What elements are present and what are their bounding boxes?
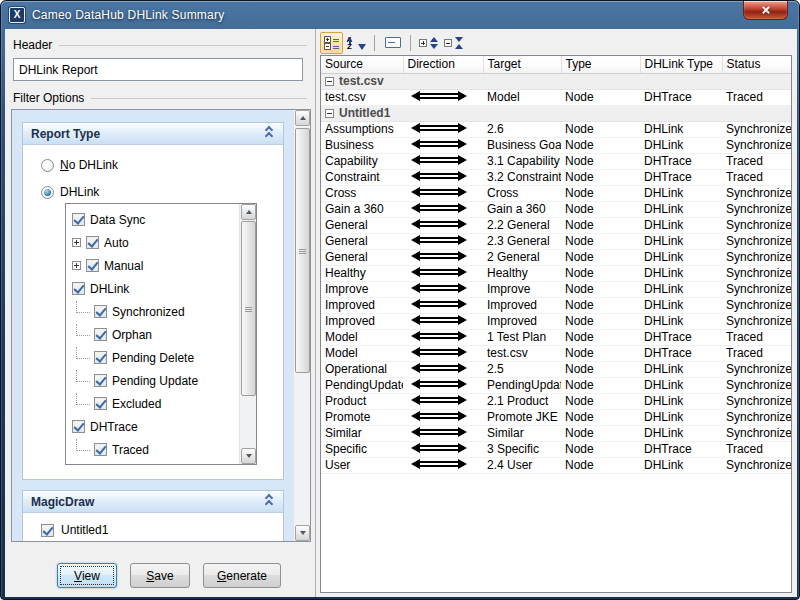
chevron-double-up-icon[interactable] (263, 496, 275, 508)
expander-plus-icon[interactable] (72, 238, 81, 247)
checkbox-icon[interactable] (94, 328, 107, 341)
scroll-up-icon[interactable] (241, 204, 256, 220)
tree-item-auto[interactable]: Auto (66, 231, 239, 254)
chevron-double-up-icon[interactable] (263, 128, 275, 140)
collapse-all-icon (444, 37, 463, 49)
table-row[interactable]: General2.3 GeneralNodeDHLinkSynchronized (321, 233, 792, 249)
table-row[interactable]: Constraint3.2 ConstraintNodeDHTraceTrace… (321, 169, 792, 185)
table-row[interactable]: General2 GeneralNodeDHLinkSynchronized (321, 249, 792, 265)
column-header-dhlink-type[interactable]: DHLink Type (640, 56, 722, 73)
column-header-direction[interactable]: Direction (403, 56, 483, 73)
table-row[interactable]: Modeltest.csvNodeDHTraceTraced (321, 345, 792, 361)
checkbox-icon[interactable] (86, 236, 99, 249)
table-row[interactable]: Capability3.1 CapabilityNodeDHTraceTrace… (321, 153, 792, 169)
table-row[interactable]: Product2.1 ProductNodeDHLinkSynchronized (321, 393, 792, 409)
checkbox-icon[interactable] (41, 524, 54, 537)
double-horizontal-arrow-icon (411, 379, 467, 389)
dhlink-table: SourceDirectionTargetTypeDHLink TypeStat… (321, 56, 792, 474)
table-row[interactable]: PromotePromote JKENodeDHLinkSynchronized (321, 409, 792, 425)
tree-item-data-sync[interactable]: Data Sync (66, 208, 239, 231)
collapse-all-button[interactable] (442, 32, 465, 54)
cell-type: Node (561, 89, 640, 105)
cell-target: Model (483, 89, 561, 105)
table-row[interactable]: SimilarSimilarNodeDHLinkSynchronized (321, 425, 792, 441)
tree-item-excluded[interactable]: Excluded (66, 392, 239, 415)
tree-item-label: DHLink (90, 282, 129, 296)
header-input[interactable] (13, 58, 303, 81)
cell-target: Similar (483, 425, 561, 441)
tree-item-synchronized[interactable]: Synchronized (66, 300, 239, 323)
tree-item-dhlink[interactable]: DHLink (66, 277, 239, 300)
radio-option-no-dhlink[interactable]: No DHLink (41, 157, 118, 173)
checkbox-icon[interactable] (94, 443, 107, 456)
table-row[interactable]: HealthyHealthyNodeDHLinkSynchronized (321, 265, 792, 281)
table-row[interactable]: ImprovedImprovedNodeDHLinkSynchronized (321, 313, 792, 329)
checkbox-icon[interactable] (72, 213, 85, 226)
scroll-up-icon[interactable] (295, 110, 310, 126)
column-header-type[interactable]: Type (561, 56, 640, 73)
radio-option-dhlink[interactable]: DHLink (41, 184, 99, 200)
show-details-button[interactable] (381, 32, 404, 54)
tree-item-manual[interactable]: Manual (66, 254, 239, 277)
cell-dhlink-type: DHLink (640, 377, 722, 393)
cell-direction (403, 313, 483, 329)
collapse-minus-icon[interactable] (325, 77, 334, 86)
column-header-target[interactable]: Target (483, 56, 561, 73)
table-row[interactable]: test.csvModelNodeDHTraceTraced (321, 89, 792, 105)
table-row[interactable]: Assumptions2.6NodeDHLinkSynchronized (321, 121, 792, 137)
scroll-down-icon[interactable] (241, 448, 256, 464)
table-row[interactable]: PendingUpdatePendingUpdateNodeDHLinkSync… (321, 377, 792, 393)
checkbox-icon[interactable] (86, 259, 99, 272)
tree-scrollbar-thumb[interactable] (241, 221, 256, 396)
checkbox-icon[interactable] (72, 420, 85, 433)
double-horizontal-arrow-icon (411, 347, 467, 357)
column-header-status[interactable]: Status (722, 56, 792, 73)
table-row[interactable]: CrossCrossNodeDHLinkSynchronized (321, 185, 792, 201)
radio-icon[interactable] (41, 159, 54, 172)
expander-plus-icon[interactable] (72, 261, 81, 270)
report-type-section-header[interactable]: Report Type (23, 123, 283, 145)
group-row-test.csv[interactable]: test.csv (321, 73, 792, 89)
cell-status: Synchronized (722, 121, 792, 137)
group-row-untitled1[interactable]: Untitled1 (321, 105, 792, 121)
tree-connector (76, 393, 90, 405)
tree-item-traced[interactable]: Traced (66, 438, 239, 461)
cell-dhlink-type: DHLink (640, 233, 722, 249)
tree-view-button[interactable] (320, 32, 343, 54)
checkbox-icon[interactable] (94, 374, 107, 387)
generate-button[interactable]: Generate (203, 563, 281, 588)
close-button[interactable] (743, 1, 788, 20)
checkbox-icon[interactable] (94, 397, 107, 410)
radio-icon[interactable] (41, 186, 54, 199)
scroll-down-icon[interactable] (295, 525, 310, 541)
checkbox-icon[interactable] (94, 305, 107, 318)
collapse-minus-icon[interactable] (325, 109, 334, 118)
view-button[interactable]: View (57, 563, 117, 588)
radio-label: No DHLink (60, 158, 118, 172)
table-row[interactable]: General2.2 GeneralNodeDHLinkSynchronized (321, 217, 792, 233)
table-row[interactable]: Gain a 360Gain a 360NodeDHLinkSynchroniz… (321, 201, 792, 217)
tree-item-dhtrace[interactable]: DHTrace (66, 415, 239, 438)
magicdraw-section-header[interactable]: MagicDraw (23, 491, 283, 513)
checkbox-icon[interactable] (94, 351, 107, 364)
title-bar[interactable]: X Cameo DataHub DHLink Summary (1, 1, 799, 29)
filter-scrollbar-thumb[interactable] (295, 128, 310, 373)
table-header-row[interactable]: SourceDirectionTargetTypeDHLink TypeStat… (321, 56, 792, 73)
tree-scrollbar[interactable] (239, 204, 256, 464)
checkbox-icon[interactable] (72, 282, 85, 295)
table-row[interactable]: ImproveImproveNodeDHLinkSynchronized (321, 281, 792, 297)
table-row[interactable]: Specific3 SpecificNodeDHTraceTraced (321, 441, 792, 457)
save-button[interactable]: Save (130, 563, 190, 588)
table-row[interactable]: Operational2.5NodeDHLinkSynchronized (321, 361, 792, 377)
tree-item-pending-update[interactable]: Pending Update (66, 369, 239, 392)
tree-item-orphan[interactable]: Orphan (66, 323, 239, 346)
column-header-source[interactable]: Source (321, 56, 403, 73)
sort-alphabetical-button[interactable]: AZ (345, 32, 368, 54)
tree-item-pending-delete[interactable]: Pending Delete (66, 346, 239, 369)
table-row[interactable]: User2.4 UserNodeDHLinkSynchronized (321, 457, 792, 473)
expand-all-button[interactable] (417, 32, 440, 54)
table-row[interactable]: ImprovedImprovedNodeDHLinkSynchronized (321, 297, 792, 313)
table-row[interactable]: BusinessBusiness GoalsNodeDHLinkSynchron… (321, 137, 792, 153)
table-row[interactable]: Model1 Test PlanNodeDHTraceTraced (321, 329, 792, 345)
filter-panel-scrollbar[interactable] (293, 110, 310, 541)
